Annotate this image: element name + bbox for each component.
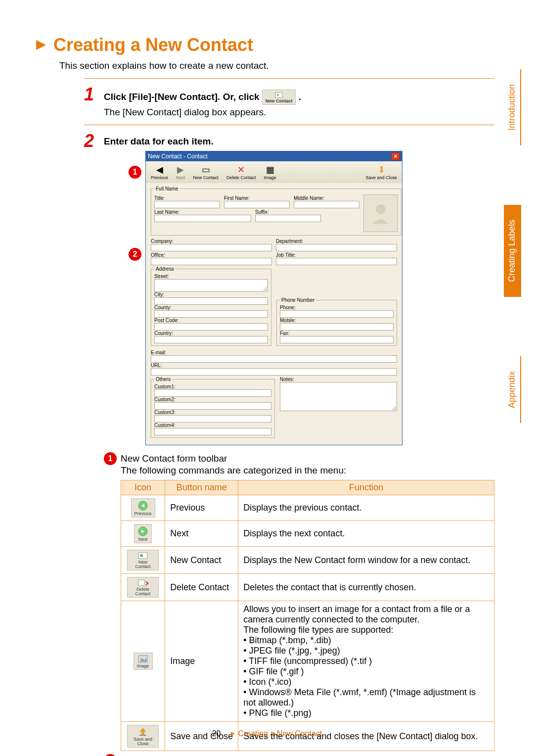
button-name-cell: New Contact xyxy=(165,547,238,574)
footer-title: Creating a New Contact xyxy=(238,729,322,738)
step-1: 1 Click [File]-[New Contact]. Or, click … xyxy=(84,86,494,118)
callout-marker-2: 2 xyxy=(104,754,117,756)
callout-marker-1: 1 xyxy=(129,166,141,179)
suffix-field[interactable] xyxy=(255,215,321,222)
divider xyxy=(84,78,494,79)
svg-marker-18 xyxy=(231,732,235,736)
email-field[interactable] xyxy=(151,355,397,363)
button-name-cell: Next xyxy=(165,521,238,547)
table-row: ✕Delete ContactDelete ContactDeletes the… xyxy=(121,574,494,601)
step-number: 1 xyxy=(84,86,99,118)
mobile-field[interactable] xyxy=(280,323,394,331)
custom1-field[interactable] xyxy=(154,389,271,397)
svg-marker-0 xyxy=(36,40,46,50)
side-tab-appendix[interactable]: Appendix xyxy=(504,356,521,423)
new-contact-button[interactable]: ▭New Contact xyxy=(191,163,221,181)
county-field[interactable] xyxy=(154,310,268,318)
office-field[interactable] xyxy=(151,258,272,265)
new-contact-dialog: New Contact - Contact × ◀Previous ▶Next … xyxy=(145,151,402,445)
svg-point-9 xyxy=(140,554,143,557)
page-footer: 20 Creating a New Contact xyxy=(0,729,534,738)
th-func: Function xyxy=(238,480,494,495)
th-name: Button name xyxy=(165,480,238,495)
custom2-field[interactable] xyxy=(154,402,271,410)
table-row: ImageImageAllows you to insert an image … xyxy=(121,601,494,722)
delete-contact-button[interactable]: ✕Delete Contact xyxy=(224,163,258,181)
fax-field[interactable] xyxy=(280,336,394,343)
button-name-cell: Previous xyxy=(165,495,238,521)
page-heading: Creating a New Contact xyxy=(35,35,494,55)
svg-point-2 xyxy=(277,94,279,96)
next-chip: Next xyxy=(134,524,152,543)
table-row: New ContactNew ContactDisplays the New C… xyxy=(121,547,494,574)
custom4-field[interactable] xyxy=(154,428,271,435)
table-row: PreviousPreviousDisplays the previous co… xyxy=(121,495,494,521)
city-field[interactable] xyxy=(154,297,268,305)
callout1-title: New Contact form toolbar xyxy=(121,453,227,464)
button-name-cell: Image xyxy=(165,601,238,722)
callout-1-section: 1 New Contact form toolbar The following… xyxy=(104,452,494,751)
function-cell: Allows you to insert an image for a cont… xyxy=(238,601,494,722)
new-contact-chip: New Contact xyxy=(127,550,159,570)
url-field[interactable] xyxy=(151,368,397,376)
country-field[interactable] xyxy=(154,336,268,343)
close-icon[interactable]: × xyxy=(391,152,400,160)
company-field[interactable] xyxy=(151,244,272,251)
side-tab-creating-labels[interactable]: Creating Labels xyxy=(504,205,521,297)
step2-text: Enter data for each item. xyxy=(104,136,494,147)
table-row: NextNextDisplays the next contact. xyxy=(121,521,494,547)
first-name-field[interactable] xyxy=(224,201,290,208)
new-contact-chip: New Contact xyxy=(262,90,296,105)
page-title: Creating a New Contact xyxy=(53,35,253,55)
save-close-button[interactable]: ⬇Save and Close xyxy=(363,163,399,181)
svg-text:✕: ✕ xyxy=(145,579,148,587)
function-cell: Displays the New Contact form window for… xyxy=(238,547,494,574)
previous-chip: Previous xyxy=(131,498,155,518)
street-field[interactable] xyxy=(154,279,268,292)
step1-text-pre: Click [File]-[New Contact]. Or, click xyxy=(104,92,260,102)
title-field[interactable] xyxy=(154,201,220,208)
svg-rect-10 xyxy=(138,580,144,586)
th-icon: Icon xyxy=(121,480,165,495)
image-button[interactable]: ▦Image xyxy=(262,163,278,181)
last-name-field[interactable] xyxy=(154,215,251,222)
image-chip: Image xyxy=(134,653,153,670)
function-cell: Displays the previous contact. xyxy=(238,495,494,521)
function-cell: Deletes the contact that is currently ch… xyxy=(238,574,494,601)
heading-arrow-icon xyxy=(35,39,47,51)
function-cell: Displays the next contact. xyxy=(238,521,494,547)
phone-field[interactable] xyxy=(280,310,394,318)
step1-text-post: . xyxy=(299,92,301,102)
button-name-cell: Delete Contact xyxy=(165,574,238,601)
custom3-field[interactable] xyxy=(154,415,271,423)
next-button[interactable]: ▶Next xyxy=(174,163,187,181)
step-number: 2 xyxy=(84,132,99,445)
delete-contact-chip: ✕Delete Contact xyxy=(127,577,159,598)
toolbar-commands-table: Icon Button name Function PreviousPrevio… xyxy=(121,480,494,751)
previous-button[interactable]: ◀Previous xyxy=(149,163,170,181)
department-field[interactable] xyxy=(276,244,397,251)
middle-name-field[interactable] xyxy=(294,201,359,208)
job-title-field[interactable] xyxy=(276,258,397,265)
page-number: 20 xyxy=(212,729,221,738)
postcode-field[interactable] xyxy=(154,323,268,331)
svg-point-3 xyxy=(376,204,386,214)
divider xyxy=(84,125,494,125)
notes-field[interactable] xyxy=(280,382,397,411)
callout-marker-1: 1 xyxy=(104,452,117,465)
callout-2-section: 2 Contact form Used to enter each item s… xyxy=(104,754,494,756)
callout-marker-2: 2 xyxy=(129,248,141,261)
dialog-title: New Contact - Contact xyxy=(148,153,208,160)
dialog-toolbar: ◀Previous ▶Next ▭New Contact ✕Delete Con… xyxy=(146,161,402,183)
step-2: 2 Enter data for each item. 1 2 New Cont… xyxy=(84,132,494,445)
step1-sub: The [New Contact] dialog box appears. xyxy=(104,107,494,118)
avatar-placeholder xyxy=(363,194,398,232)
intro-text: This section explains how to create a ne… xyxy=(59,60,494,71)
callout1-sub: The following commands are categorized i… xyxy=(121,465,494,476)
side-tab-introduction[interactable]: Introduction xyxy=(504,69,521,145)
